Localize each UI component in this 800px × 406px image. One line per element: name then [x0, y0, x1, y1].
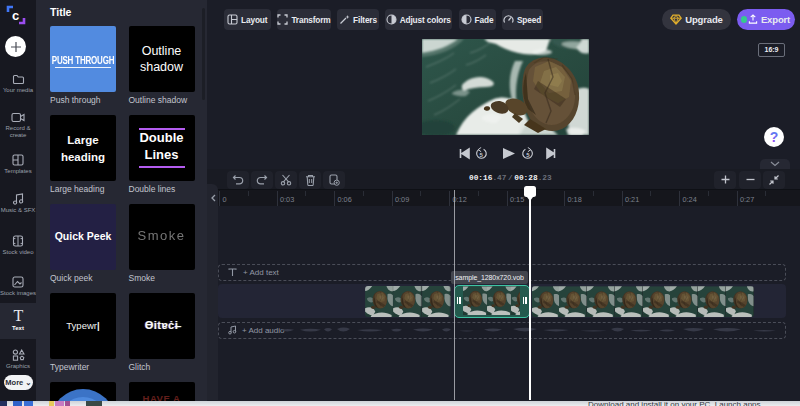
svg-text:T: T — [13, 308, 23, 323]
svg-text:c: c — [12, 8, 19, 23]
svg-text:5: 5 — [480, 152, 484, 158]
svg-text:5: 5 — [526, 152, 530, 158]
svg-text:?: ? — [770, 129, 779, 145]
